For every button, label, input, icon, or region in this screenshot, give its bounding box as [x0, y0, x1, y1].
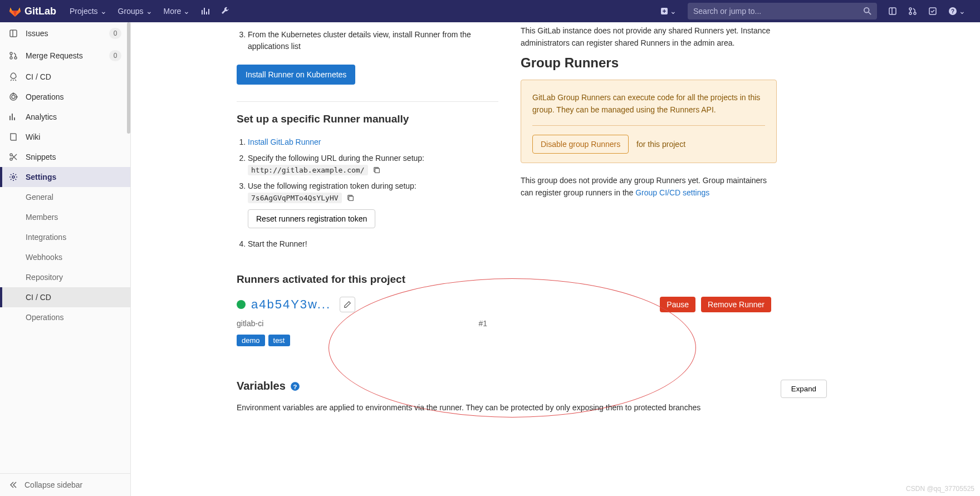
runner-id-link[interactable]: a4b54Y3w...	[251, 297, 331, 312]
k8s-step3: From the Kubernetes cluster details view…	[248, 27, 498, 55]
count-badge: 0	[109, 50, 121, 61]
watermark: CSDN @qq_37705525	[906, 485, 974, 493]
copy-icon[interactable]	[347, 194, 355, 202]
count-badge: 0	[109, 28, 121, 39]
svg-text:?: ?	[293, 383, 297, 390]
specific-step4: Start the Runner!	[248, 236, 498, 252]
reset-token-button[interactable]: Reset runners registration token	[248, 209, 375, 228]
specific-heading: Set up a specific Runner manually	[237, 113, 498, 125]
mr-icon[interactable]	[903, 0, 923, 22]
pause-button[interactable]: Pause	[660, 297, 695, 312]
sidebar-item-operations[interactable]: Operations	[0, 87, 130, 107]
issues-icon	[9, 29, 18, 38]
variables-desc: Environment variables are applied to env…	[237, 401, 827, 414]
svg-rect-2	[889, 8, 896, 14]
sidebar-label: Operations	[26, 92, 63, 101]
search-icon	[864, 7, 871, 15]
runner-url: http://gitlab.example.com/	[248, 165, 368, 175]
sidebar-sub-general[interactable]: General	[0, 187, 130, 207]
help-icon[interactable]: ?	[290, 381, 300, 391]
svg-point-12	[14, 57, 17, 59]
runner-meta: gitlab-ci #1	[237, 319, 487, 328]
brand[interactable]: GitLab	[9, 5, 56, 17]
activity-icon[interactable]	[195, 0, 215, 22]
svg-text:?: ?	[951, 8, 954, 14]
chart-icon	[9, 112, 18, 121]
operations-icon	[9, 92, 18, 101]
specific-step1: Install GitLab Runner	[248, 134, 498, 150]
svg-rect-20	[375, 169, 380, 173]
nav-groups[interactable]: Groups ⌄	[112, 0, 158, 22]
svg-rect-9	[10, 30, 17, 37]
group-desc: This group does not provide any group Ru…	[521, 174, 777, 199]
sidebar-sub-operations[interactable]: Operations	[0, 307, 130, 327]
sidebar-item-wiki[interactable]: Wiki	[0, 127, 130, 147]
sidebar-item-snippets[interactable]: Snippets	[0, 147, 130, 167]
install-k8s-button[interactable]: Install Runner on Kubernetes	[237, 65, 355, 85]
nav-more[interactable]: More ⌄	[158, 0, 196, 22]
disable-group-runners-button[interactable]: Disable group Runners	[532, 135, 629, 154]
book-icon	[9, 132, 18, 141]
variables-heading: Variables ?	[237, 380, 827, 392]
sidebar: Issues 0 Merge Requests 0 CI / CD Operat…	[0, 22, 131, 496]
group-box-text: GitLab Group Runners can execute code fo…	[532, 91, 765, 116]
sidebar-label: Snippets	[26, 153, 56, 161]
sidebar-label: Settings	[26, 173, 56, 181]
main-content: From the Kubernetes cluster details view…	[131, 22, 980, 496]
plus-dropdown[interactable]: ⌄	[655, 0, 682, 22]
group-cicd-link[interactable]: Group CI/CD settings	[635, 188, 709, 197]
sidebar-sub-repository[interactable]: Repository	[0, 267, 130, 287]
collapse-sidebar[interactable]: Collapse sidebar	[0, 473, 130, 496]
activated-heading: Runners activated for this project	[237, 273, 771, 286]
sidebar-sub-integrations[interactable]: Integrations	[0, 227, 130, 247]
svg-point-3	[909, 8, 912, 10]
sidebar-label: Wiki	[26, 132, 40, 141]
sidebar-item-issues[interactable]: Issues 0	[0, 22, 130, 45]
wrench-icon[interactable]	[215, 0, 236, 22]
status-dot-online	[237, 300, 246, 309]
tag: test	[268, 335, 290, 346]
sidebar-label: Issues	[26, 29, 48, 38]
sidebar-sub-members[interactable]: Members	[0, 207, 130, 227]
svg-point-13	[12, 95, 15, 99]
sidebar-sub-webhooks[interactable]: Webhooks	[0, 247, 130, 267]
svg-point-19	[12, 176, 14, 178]
copy-icon[interactable]	[373, 166, 381, 174]
pencil-icon	[344, 301, 351, 308]
svg-point-15	[13, 93, 14, 94]
sidebar-item-cicd[interactable]: CI / CD	[0, 67, 130, 87]
svg-point-11	[10, 57, 12, 59]
sidebar-label: Analytics	[26, 112, 57, 121]
remove-runner-button[interactable]: Remove Runner	[701, 297, 771, 312]
chevron-double-left-icon	[9, 480, 18, 489]
merge-icon	[9, 51, 18, 60]
help-icon[interactable]: ? ⌄	[943, 0, 971, 22]
svg-point-4	[909, 12, 912, 14]
expand-button[interactable]: Expand	[781, 380, 827, 398]
sidebar-sub-cicd[interactable]: CI / CD	[0, 287, 130, 307]
svg-point-5	[914, 12, 916, 14]
runner-number: #1	[478, 319, 487, 328]
sidebar-item-mr[interactable]: Merge Requests 0	[0, 45, 130, 67]
edit-runner-button[interactable]	[340, 297, 355, 312]
svg-point-10	[10, 52, 12, 55]
sidebar-item-analytics[interactable]: Analytics	[0, 107, 130, 127]
search-box[interactable]	[688, 3, 877, 19]
svg-point-17	[10, 154, 12, 156]
runner-tags: demo test	[237, 335, 771, 346]
sidebar-item-settings[interactable]: Settings	[0, 167, 130, 187]
install-runner-link[interactable]: Install GitLab Runner	[248, 137, 321, 146]
todos-icon[interactable]	[923, 0, 943, 22]
gitlab-logo-icon	[9, 5, 21, 17]
scissors-icon	[9, 153, 18, 161]
svg-point-16	[16, 96, 17, 97]
sidebar-label: Merge Requests	[26, 51, 83, 60]
nav-projects[interactable]: Projects ⌄	[64, 0, 112, 22]
reg-token: 7s6AgGVqPMTo4QsYLyHV	[248, 193, 342, 203]
runner-name: gitlab-ci	[237, 319, 263, 328]
scrollbar[interactable]	[127, 22, 130, 134]
search-input[interactable]	[693, 7, 864, 16]
svg-point-1	[864, 8, 869, 13]
gear-icon	[9, 173, 18, 181]
issues-icon[interactable]	[883, 0, 903, 22]
